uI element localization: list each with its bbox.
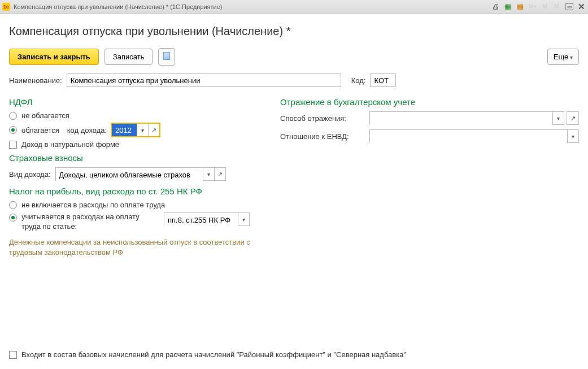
income-type-combo[interactable]: ▾ ↗	[55, 167, 226, 181]
method-input[interactable]	[370, 112, 552, 125]
save-close-button[interactable]: Записать и закрыть	[9, 49, 99, 65]
natural-income-label: Доход в натуральной форме	[21, 140, 119, 149]
m3-icon[interactable]: M-	[553, 2, 562, 11]
window-titlebar: 1c Компенсация отпуска при увольнении (Н…	[0, 0, 588, 14]
toolbar: Записать и закрыть Записать Еще	[9, 48, 579, 66]
income-type-input[interactable]	[56, 168, 203, 181]
dropdown-icon[interactable]: ▾	[552, 112, 564, 124]
dropdown-icon[interactable]: ▾	[137, 124, 148, 136]
close-icon[interactable]: ✕	[577, 2, 586, 11]
ndfl-taxed-row[interactable]: облагается код дохода: 2012 ▾ ↗	[9, 123, 258, 137]
ndfl-title: НДФЛ	[9, 97, 258, 107]
save-button[interactable]: Записать	[104, 49, 153, 65]
profit-not-included-label: не включается в расходы по оплате труда	[21, 201, 165, 209]
minimize-icon[interactable]: ▭	[565, 3, 573, 10]
envd-combo[interactable]: ▾	[369, 129, 579, 143]
app-icon: 1c	[2, 3, 10, 11]
income-type-label: Вид дохода:	[9, 170, 51, 179]
radio-icon	[9, 201, 17, 209]
print-icon[interactable]: 🖨	[491, 2, 500, 11]
profit-included-label: учитывается в расходах на оплату труда п…	[21, 212, 157, 232]
open-icon[interactable]: ↗	[214, 168, 225, 180]
ndfl-taxed-label: облагается	[21, 126, 59, 134]
article-combo[interactable]: ▾	[164, 212, 250, 226]
envd-label: Отношение к ЕНВД:	[280, 132, 365, 141]
checkbox-icon	[9, 351, 17, 359]
dropdown-icon[interactable]: ▾	[567, 130, 578, 142]
profit-note: Денежные компенсации за неиспользованный…	[9, 237, 258, 258]
ndfl-not-taxed-row[interactable]: не облагается	[9, 111, 258, 120]
m2-icon[interactable]: M	[541, 2, 550, 11]
profit-included-row[interactable]: учитывается в расходах на оплату труда п…	[9, 212, 258, 232]
profit-not-included-row[interactable]: не включается в расходы по оплате труда	[9, 201, 258, 209]
accounting-title: Отражение в бухгалтерском учете	[280, 97, 579, 107]
income-code-value[interactable]: 2012	[112, 124, 137, 136]
checkbox-icon	[9, 141, 17, 149]
open-icon[interactable]: ↗	[148, 124, 159, 136]
envd-input[interactable]	[370, 130, 567, 144]
income-code-combo[interactable]: 2012 ▾ ↗	[111, 123, 160, 137]
window-tools: 🖨 ▦ ▦ M+ M M- ▭ ✕	[491, 2, 586, 11]
method-label: Способ отражения:	[280, 114, 365, 123]
base-calc-check-row[interactable]: Входит в состав базовых начислений для р…	[9, 350, 406, 359]
radio-icon	[9, 214, 17, 222]
calendar-icon[interactable]: ▦	[516, 2, 525, 11]
article-input[interactable]	[164, 213, 238, 227]
envd-row: Отношение к ЕНВД: ▾	[280, 129, 579, 143]
report-icon	[163, 52, 170, 60]
page-title: Компенсация отпуска при увольнении (Начи…	[9, 25, 579, 38]
calc-icon[interactable]: ▦	[503, 2, 512, 11]
report-button[interactable]	[158, 48, 175, 66]
name-row: Наименование: Код:	[9, 73, 579, 87]
base-calc-label: Входит в состав базовых начислений для р…	[21, 350, 406, 359]
dropdown-icon[interactable]: ▾	[203, 168, 214, 180]
code-input[interactable]	[370, 73, 396, 87]
name-label: Наименование:	[9, 76, 62, 85]
income-type-row: Вид дохода: ▾ ↗	[9, 167, 258, 181]
open-icon[interactable]: ↗	[567, 111, 579, 125]
more-button[interactable]: Еще	[547, 49, 579, 65]
method-combo[interactable]: ▾	[369, 111, 564, 125]
insurance-title: Страховые взносы	[9, 153, 258, 163]
profit-tax-title: Налог на прибыль, вид расхода по ст. 255…	[9, 186, 258, 196]
window-title: Компенсация отпуска при увольнении (Начи…	[14, 3, 222, 10]
radio-icon	[9, 126, 17, 134]
code-label: Код:	[351, 76, 366, 85]
ndfl-not-taxed-label: не облагается	[21, 111, 69, 120]
name-input[interactable]	[67, 73, 341, 87]
income-code-label: код дохода:	[67, 126, 107, 134]
natural-income-row[interactable]: Доход в натуральной форме	[9, 140, 258, 149]
dropdown-icon[interactable]: ▾	[238, 213, 249, 225]
m1-icon[interactable]: M+	[528, 2, 537, 11]
radio-icon	[9, 112, 17, 120]
method-row: Способ отражения: ▾ ↗	[280, 111, 579, 125]
